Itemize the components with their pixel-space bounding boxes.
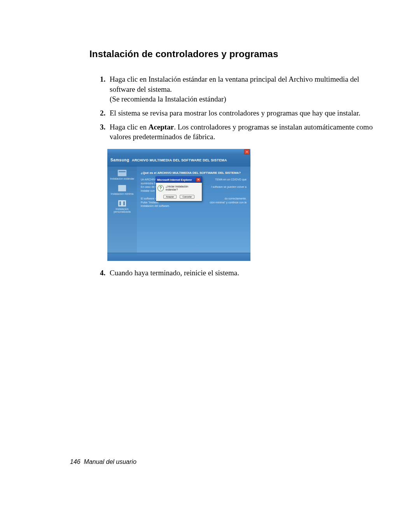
sidebar-item-custom[interactable]: Instalación personalizada bbox=[109, 200, 135, 213]
window-titlebar: × bbox=[107, 149, 250, 154]
text-fragment: instalación del software. bbox=[141, 205, 170, 207]
close-icon[interactable]: × bbox=[244, 149, 250, 154]
page-footer: 146 Manual del usuario bbox=[70, 458, 136, 465]
content-question: ¿Qué es el ARCHIVO MULTIMEDIA DEL SOFTWA… bbox=[141, 171, 247, 175]
installer-footer bbox=[107, 253, 250, 261]
cancel-button[interactable]: Cancelar bbox=[180, 195, 194, 199]
step-3-bold: Aceptar bbox=[149, 123, 174, 131]
sidebar-item-label: Instalación mínima bbox=[109, 192, 135, 195]
footer-label: Manual del usuario bbox=[84, 458, 136, 465]
minimal-install-icon bbox=[118, 185, 126, 192]
embedded-screenshot: × Samsung ARCHIVO MULTIMEDIA DEL SOFTWAR… bbox=[107, 149, 381, 261]
instruction-list-continued: Cuando haya terminado, reinicie el siste… bbox=[89, 268, 381, 278]
dialog-message: ¿Iniciar instalación estándar? bbox=[166, 185, 200, 192]
custom-install-icon bbox=[118, 200, 126, 207]
step-4-text: Cuando haya terminado, reinicie el siste… bbox=[110, 269, 239, 277]
step-1-text: Haga clic en Instalación estándar en la … bbox=[110, 75, 359, 93]
dialog-titlebar: Microsoft Internet Explorer × bbox=[156, 177, 202, 183]
question-icon: ? bbox=[158, 185, 164, 191]
installer-sidebar: Instalación estándar Instalación mínima … bbox=[107, 166, 137, 253]
section-heading: Instalación de controladores y programas bbox=[89, 49, 381, 59]
text-fragment: Pulse "Instalac bbox=[141, 201, 159, 204]
confirm-dialog: Microsoft Internet Explorer × ? ¿Iniciar… bbox=[156, 177, 202, 201]
step-1-note: (Se recomienda la Instalación estándar) bbox=[110, 95, 226, 103]
sidebar-item-standard[interactable]: Instalación estándar bbox=[109, 170, 135, 180]
sidebar-item-minimal[interactable]: Instalación mínima bbox=[109, 185, 135, 195]
step-1: Haga clic en Instalación estándar en la … bbox=[107, 74, 381, 104]
text-fragment: l software se pueden volver a bbox=[211, 185, 247, 189]
installer-header: Samsung ARCHIVO MULTIMEDIA DEL SOFTWARE … bbox=[107, 154, 250, 166]
text-fragment: TEMA en un CD/DVD que bbox=[215, 178, 247, 182]
instruction-list: Haga clic en Instalación estándar en la … bbox=[89, 74, 381, 142]
text-fragment: do correctamente. bbox=[225, 197, 247, 201]
text-fragment: ción mínima" y continúe con la bbox=[210, 201, 247, 205]
step-3-pre: Haga clic en bbox=[110, 123, 149, 131]
step-2-text: El sistema se revisa para mostrar los co… bbox=[110, 109, 360, 117]
close-icon[interactable]: × bbox=[196, 178, 201, 182]
step-2: El sistema se revisa para mostrar los co… bbox=[107, 108, 381, 118]
installer-title: ARCHIVO MULTIMEDIA DEL SOFTWARE DEL SIST… bbox=[132, 158, 227, 162]
sidebar-item-label: Instalación personalizada bbox=[109, 208, 135, 213]
standard-install-icon bbox=[117, 170, 127, 177]
brand-label: Samsung bbox=[110, 158, 130, 162]
sidebar-item-label: Instalación estándar bbox=[109, 177, 135, 180]
installer-content: ¿Qué es el ARCHIVO MULTIMEDIA DEL SOFTWA… bbox=[137, 166, 250, 253]
installer-window: × Samsung ARCHIVO MULTIMEDIA DEL SOFTWAR… bbox=[107, 149, 250, 261]
page-number: 146 bbox=[70, 458, 80, 465]
step-4: Cuando haya terminado, reinicie el siste… bbox=[107, 268, 381, 278]
accept-button[interactable]: Aceptar bbox=[163, 195, 177, 199]
dialog-title-text: Microsoft Internet Explorer bbox=[157, 178, 192, 181]
step-3: Haga clic en Aceptar. Los controladores … bbox=[107, 122, 381, 142]
